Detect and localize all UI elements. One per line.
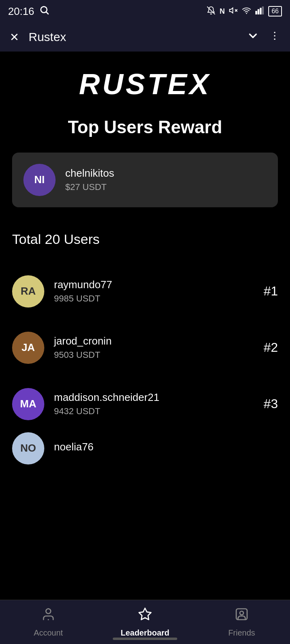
current-user-avatar: NI <box>23 164 56 196</box>
close-button[interactable]: ✕ <box>10 31 19 44</box>
nav-item-friends[interactable]: Friends <box>193 607 290 638</box>
leaderboard-item-3: MA maddison.schneider21 9432 USDT #3 <box>12 376 278 432</box>
current-user-amount: $27 USDT <box>65 182 114 192</box>
avatar-ma: MA <box>12 388 44 420</box>
rank-1: #1 <box>254 284 278 299</box>
svg-point-16 <box>48 608 49 609</box>
avatar-no: NO <box>12 432 44 464</box>
username-1: raymundo77 <box>54 279 244 291</box>
svg-rect-8 <box>258 9 259 14</box>
svg-point-19 <box>240 611 244 615</box>
svg-point-11 <box>274 32 276 33</box>
leaderboard-item-4-partial: NO noelia76 <box>12 432 278 464</box>
username-3: maddison.schneider21 <box>54 391 244 404</box>
more-options-button[interactable] <box>269 30 280 44</box>
svg-line-1 <box>46 12 48 14</box>
status-right: N 66 <box>207 6 282 17</box>
main-content: RUSTEX Top Users Reward NI chelnikitos $… <box>0 52 290 521</box>
logo-section: RUSTEX <box>12 68 278 101</box>
nav-item-account[interactable]: Account <box>0 607 97 638</box>
svg-marker-17 <box>139 608 151 620</box>
account-label: Account <box>34 628 63 638</box>
current-user-name: chelnikitos <box>65 167 114 180</box>
reward-title: Top Users Reward <box>12 117 278 138</box>
svg-point-13 <box>274 38 276 40</box>
dropdown-button[interactable] <box>246 29 259 45</box>
app-title: Rustex <box>29 30 66 44</box>
svg-rect-10 <box>262 6 264 14</box>
leaderboard-icon <box>138 607 152 625</box>
svg-rect-7 <box>255 11 257 14</box>
current-user-info: chelnikitos $27 USDT <box>65 167 114 192</box>
nfc-icon: N <box>220 7 225 16</box>
amount-3: 9432 USDT <box>54 406 244 417</box>
svg-marker-3 <box>230 8 233 13</box>
battery-icon: 66 <box>268 6 282 17</box>
signal-icon <box>255 6 264 17</box>
svg-rect-9 <box>260 8 261 14</box>
current-user-card: NI chelnikitos $27 USDT <box>12 153 278 207</box>
leaderboard-list: RA raymundo77 9985 USDT #1 JA jarod_cron… <box>12 263 278 464</box>
rank-2: #2 <box>254 340 278 355</box>
time-display: 20:16 <box>8 5 34 18</box>
rank-3: #3 <box>254 396 278 411</box>
account-icon <box>41 607 56 625</box>
user-info-2: jarod_cronin 9503 USDT <box>54 335 244 360</box>
leaderboard-item-2: JA jarod_cronin 9503 USDT #2 <box>12 320 278 376</box>
svg-point-12 <box>274 35 276 37</box>
avatar-ra: RA <box>12 275 44 308</box>
friends-label: Friends <box>228 628 255 638</box>
amount-1: 9985 USDT <box>54 293 244 304</box>
leaderboard-item-1: RA raymundo77 9985 USDT #1 <box>12 263 278 320</box>
leaderboard-label: Leaderboard <box>120 628 169 638</box>
top-bar: ✕ Rustex <box>0 23 290 52</box>
amount-2: 9503 USDT <box>54 350 244 360</box>
status-bar: 20:16 N <box>0 0 290 23</box>
top-bar-right <box>246 29 280 45</box>
svg-point-15 <box>48 619 49 620</box>
user-info-4: noelia76 <box>54 441 278 456</box>
status-left: 20:16 <box>8 5 50 18</box>
notification-icon <box>207 6 215 17</box>
user-info-3: maddison.schneider21 9432 USDT <box>54 391 244 417</box>
nav-item-leaderboard[interactable]: Leaderboard <box>97 607 193 638</box>
total-users-label: Total 20 Users <box>12 231 278 247</box>
search-icon <box>39 5 50 18</box>
friends-icon <box>234 607 249 625</box>
logo-text: RUSTEX <box>12 68 278 101</box>
wifi-icon <box>242 6 251 17</box>
username-2: jarod_cronin <box>54 335 244 347</box>
top-bar-left: ✕ Rustex <box>10 30 66 44</box>
gesture-bar <box>113 638 177 640</box>
svg-point-14 <box>46 609 51 613</box>
mute-icon <box>229 6 238 17</box>
bottom-spacer <box>12 464 278 521</box>
user-info-1: raymundo77 9985 USDT <box>54 279 244 304</box>
avatar-ja: JA <box>12 332 44 364</box>
username-4: noelia76 <box>54 441 278 453</box>
